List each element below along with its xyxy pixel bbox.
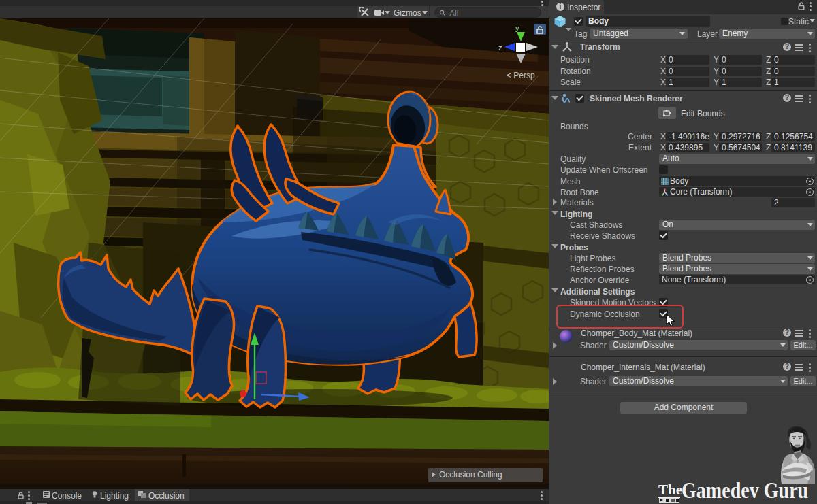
svg-text:z: z — [498, 44, 502, 52]
svg-text:Occlusion Culling: Occlusion Culling — [439, 470, 502, 480]
svg-text:< Persp: < Persp — [507, 71, 535, 80]
svg-text:y: y — [515, 24, 519, 32]
